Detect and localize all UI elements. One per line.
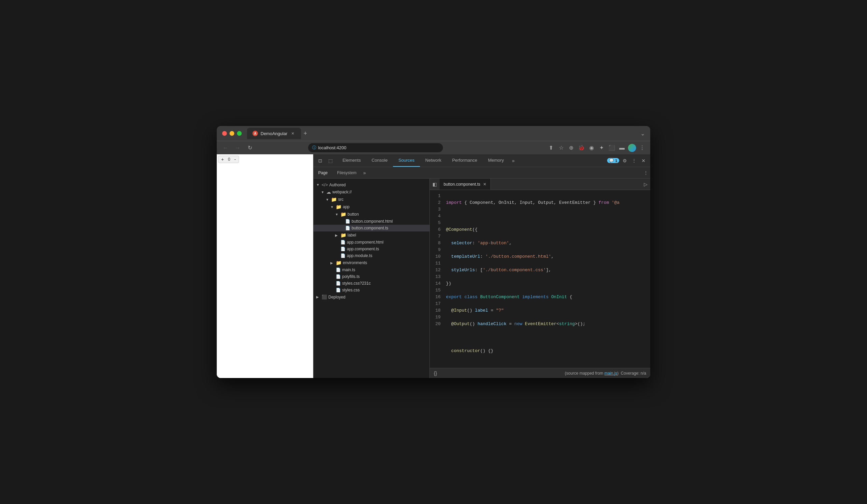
more-options-icon[interactable]: ⋮ [630,157,638,165]
deployed-section[interactable]: ▶ ⬛ Deployed [313,294,429,300]
env-chevron: ▶ [330,261,334,265]
badge-count: 1 [615,159,617,163]
app-module-icon: 📄 [341,253,345,258]
button-label: button [347,212,358,217]
button-ts-file[interactable]: 📄 button.component.ts [313,225,429,231]
sources-menu-icon[interactable]: ⋮ [642,170,650,176]
app-folder-icon: 📁 [336,204,342,210]
app-folder[interactable]: ▼ 📁 app [313,203,429,210]
device-icon[interactable]: ⬚ [326,157,334,165]
styles-css231c-file[interactable]: 📄 styles.css?231c [313,280,429,287]
polyfills-ts-file[interactable]: 📄 polyfills.ts [313,273,429,280]
app-module-ts[interactable]: 📄 app.module.ts [313,252,429,259]
devtools-right-controls: 💬 1 ⚙ ⋮ ✕ [604,157,650,165]
pretty-print-icon[interactable]: {} [434,371,437,376]
sources-tab-page[interactable]: Page [313,167,332,178]
label-chevron: ▶ [335,233,339,237]
deployed-icon: ⬛ [322,294,327,299]
styles-css-file[interactable]: 📄 styles.css [313,287,429,294]
new-tab-button[interactable]: + [301,129,310,139]
main-content: + 0 - ⊡ ⬚ Elements Console Sources Netwo… [217,154,650,378]
address-input[interactable]: ⓘ localhost:4200 [308,143,443,152]
notification-badge: 💬 1 [607,158,619,163]
app-module-label: app.module.ts [347,253,372,258]
refresh-button[interactable]: ↻ [245,143,255,153]
sources-panel: Page Filesystem » ⋮ ▼ </> Authored [313,167,650,378]
tab-sources[interactable]: Sources [393,154,420,167]
open-file-tab[interactable]: button.component.ts ✕ [440,178,491,190]
traffic-lights [222,131,242,136]
extension4-icon[interactable]: ✦ [598,144,606,152]
more-tabs-icon[interactable]: » [509,158,517,163]
authored-label: Authored [329,183,346,187]
close-button[interactable] [222,131,227,136]
styles231c-icon: 📄 [336,281,341,286]
tab-console[interactable]: Console [366,154,393,167]
minimize-button[interactable] [229,131,234,136]
zoom-controls: + 0 - [218,156,239,163]
label-folder[interactable]: ▶ 📁 label [313,231,429,239]
extension3-icon[interactable]: ◉ [588,144,596,152]
sidebar-toggle-icon[interactable]: ◧ [430,182,440,187]
main-ts-file[interactable]: 📄 main.ts [313,266,429,273]
collapse-panel-icon[interactable]: ▷ [641,182,650,187]
polyfills-icon: 📄 [336,274,341,279]
inspect-icon[interactable]: ⊡ [316,157,324,165]
window-chevron-icon[interactable]: ⌄ [641,130,645,137]
extension1-icon[interactable]: ⊕ [567,144,575,152]
sources-body: ▼ </> Authored ▼ ☁ webpack:// ▼ [313,178,650,378]
browser-tab[interactable]: A DemoAngular ✕ [247,128,301,139]
url-text: localhost:4200 [318,145,346,150]
authored-code-icon: </> [322,182,328,187]
app-component-html-label: app.component.html [347,240,384,244]
app-label: app [343,205,350,209]
extension2-icon[interactable]: 🐞 [577,144,586,152]
close-devtools-icon[interactable]: ✕ [640,157,647,165]
user-avatar[interactable] [628,144,636,152]
tab-elements[interactable]: Elements [337,154,366,167]
tab-title: DemoAngular [260,131,288,136]
tab-close-button[interactable]: ✕ [290,131,296,136]
tab-network[interactable]: Network [420,154,447,167]
share-icon[interactable]: ⬆ [547,144,555,152]
environments-label: environments [343,260,367,265]
tab-memory[interactable]: Memory [483,154,509,167]
button-html-file[interactable]: 📄 button.component.html [313,218,429,225]
sources-tab-filesystem[interactable]: Filesystem [332,167,361,178]
devtools-tabs-list: Elements Console Sources Network Perform… [337,154,604,167]
src-folder-icon: 📁 [331,197,337,202]
open-file-name: button.component.ts [443,182,480,187]
sources-more-icon[interactable]: » [361,170,368,176]
address-bar: ← → ↻ ⓘ localhost:4200 ⬆ ☆ ⊕ 🐞 ◉ ✦ ⬛ ▬ ⋮ [217,141,650,154]
forward-button[interactable]: → [233,143,242,153]
tab-bar: A DemoAngular ✕ + [247,128,638,139]
app-component-html[interactable]: 📄 app.component.html [313,239,429,245]
code-area[interactable]: 12345 678910 1112131415 1617181920 impor… [430,190,650,368]
extension5-icon[interactable]: ⬛ [608,144,616,152]
button-folder-icon: 📁 [341,211,346,217]
menu-icon[interactable]: ⋮ [638,144,646,152]
src-folder[interactable]: ▼ 📁 src [313,196,429,203]
editor-tabs: ◧ button.component.ts ✕ ▷ [430,178,650,190]
button-folder[interactable]: ▼ 📁 button [313,210,429,218]
settings-icon[interactable]: ⚙ [621,157,629,165]
environments-folder[interactable]: ▶ 📁 environments [313,259,429,266]
bookmark-icon[interactable]: ☆ [557,144,565,152]
toolbar-icons: ⬆ ☆ ⊕ 🐞 ◉ ✦ ⬛ ▬ ⋮ [547,144,646,152]
app-component-ts[interactable]: 📄 app.component.ts [313,245,429,252]
back-button[interactable]: ← [221,143,230,153]
source-map-link[interactable]: main.js [604,371,617,376]
file-tree[interactable]: ▼ </> Authored ▼ ☁ webpack:// ▼ [313,178,430,378]
cloud-icon: ☁ [326,189,331,195]
close-file-tab-icon[interactable]: ✕ [483,182,486,187]
authored-section[interactable]: ▼ </> Authored [313,181,429,188]
zoom-in-button[interactable]: + [218,156,226,163]
zoom-out-button[interactable]: - [232,156,239,163]
maximize-button[interactable] [237,131,242,136]
env-folder-icon: 📁 [336,260,342,265]
extension6-icon[interactable]: ▬ [618,144,626,152]
label-folder-icon: 📁 [341,232,346,238]
tab-performance[interactable]: Performance [447,154,482,167]
app-html-icon: 📄 [341,240,345,244]
webpack-item[interactable]: ▼ ☁ webpack:// [313,188,429,196]
